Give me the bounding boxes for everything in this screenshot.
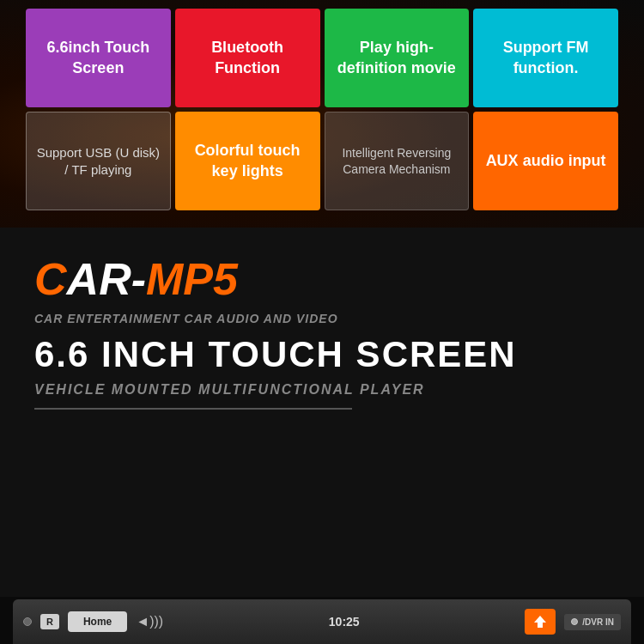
tile-movie[interactable]: Play high-definition movie [325,9,470,107]
speaker-icon: ◄))) [136,614,163,629]
tile-aux[interactable]: AUX audio input [473,112,618,210]
device-bar: R Home ◄))) 10:25 /DVR IN [13,599,631,644]
volume-dot [23,617,32,626]
svg-marker-0 [534,616,546,628]
upload-icon [532,614,548,629]
top-zone: 6.6inch Touch Screen Bluetooth Function … [0,0,644,228]
page: 6.6inch Touch Screen Bluetooth Function … [0,0,644,644]
title-divider [34,408,352,410]
logo-mp5-text: MP5 [146,253,238,305]
r-button[interactable]: R [40,614,59,629]
subtitle-player: Vehicle Mounted Multifunctional Player [34,382,610,398]
logo-dash: - [131,253,146,305]
upload-button[interactable] [525,609,556,635]
tile-usb[interactable]: Support USB (U disk) / TF playing [26,112,171,210]
tile-bluetooth[interactable]: Bluetooth Function [175,9,320,107]
tile-camera[interactable]: Intelligent Reversing Camera Mechanism [325,112,470,210]
content-zone: CAR - MP5 Car Entertainment Car Audio an… [0,228,644,597]
main-title: 6.6 INCH TOUCH SCREEN [34,334,610,375]
subtitle-entertainment: Car Entertainment Car Audio and Video [34,312,610,325]
feature-grid: 6.6inch Touch Screen Bluetooth Function … [17,0,627,219]
brand-logo: CAR - MP5 [34,253,610,305]
tile-fm[interactable]: Support FM function. [473,9,618,107]
dvr-button[interactable]: /DVR IN [564,614,621,630]
logo-car-text: CAR [34,253,131,305]
tile-colorful[interactable]: Colorful touch key lights [175,112,320,210]
home-button[interactable]: Home [68,611,127,632]
dvr-circle-icon [571,618,578,625]
bottom-bar-zone: R Home ◄))) 10:25 /DVR IN [0,597,644,644]
time-display: 10:25 [172,615,516,629]
tile-touch-screen[interactable]: 6.6inch Touch Screen [26,9,171,107]
